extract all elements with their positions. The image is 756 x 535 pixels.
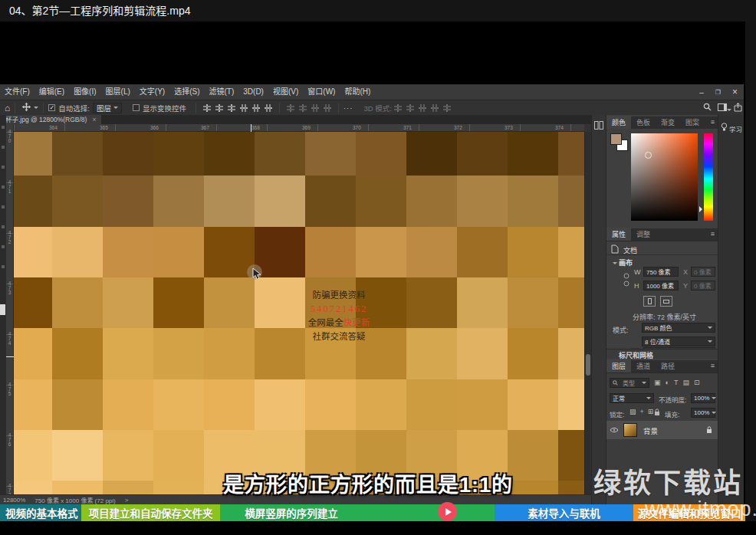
tool-icon[interactable]: [2, 265, 5, 268]
tab-图层[interactable]: 图层: [606, 359, 631, 373]
share-icon[interactable]: [734, 103, 742, 113]
tab-渐变[interactable]: 渐变: [656, 116, 680, 129]
mode-dropdown[interactable]: RGB 颜色: [642, 323, 715, 333]
workspace-icon[interactable]: [718, 103, 727, 113]
layer-visibility-eye-icon[interactable]: [610, 428, 618, 432]
menu-item[interactable]: 文字(Y): [135, 84, 169, 100]
layer-fill-field[interactable]: 100%: [691, 408, 715, 418]
menu-item[interactable]: 帮助(H): [340, 84, 375, 100]
color-picker-ring[interactable]: [645, 152, 652, 159]
width-field[interactable]: 750 像素: [643, 267, 679, 277]
tool-icon[interactable]: [2, 205, 5, 208]
tab-通道[interactable]: 通道: [631, 359, 656, 373]
tool-icon[interactable]: [2, 166, 5, 169]
document-tab-close-icon[interactable]: ×: [92, 115, 96, 124]
x-field[interactable]: 0 像素: [691, 267, 715, 277]
blend-mode-dropdown[interactable]: 正常: [610, 393, 654, 403]
3d-slide-icon[interactable]: [431, 104, 439, 112]
filter-type-icon[interactable]: T: [674, 379, 679, 386]
align-right-icon[interactable]: [228, 104, 235, 112]
tool-icon[interactable]: [2, 225, 5, 228]
tab-图案[interactable]: 图案: [680, 116, 705, 129]
distribute-h-icon[interactable]: [324, 104, 331, 112]
menu-item[interactable]: 图像(I): [69, 84, 100, 100]
play-button[interactable]: [438, 502, 457, 521]
tab-颜色[interactable]: 颜色: [606, 116, 631, 129]
close-button[interactable]: ×: [732, 87, 738, 97]
tab-色板[interactable]: 色板: [631, 116, 656, 129]
align-left-icon[interactable]: [203, 104, 211, 112]
3d-orbit-icon[interactable]: [394, 104, 402, 112]
lock-type-icon[interactable]: ▨: [629, 408, 636, 415]
filter-type-icon[interactable]: ▤: [682, 379, 689, 386]
layer-row-background[interactable]: 背景: [606, 421, 718, 439]
lock-type-icon[interactable]: +: [640, 408, 644, 415]
distribute-left-icon[interactable]: [311, 104, 319, 112]
link-dimensions-icon[interactable]: [623, 271, 629, 292]
rulers-section-row[interactable]: 标尺和网格: [606, 349, 718, 359]
scrollbar-thumb[interactable]: [586, 354, 590, 376]
collapsed-panel-icon[interactable]: [594, 121, 603, 131]
color-gradient-square[interactable]: [631, 133, 698, 221]
menu-item[interactable]: 3D(D): [238, 84, 268, 100]
y-field[interactable]: 0 像素: [691, 281, 715, 290]
tab-路径[interactable]: 路径: [656, 359, 680, 373]
restore-button[interactable]: ❐: [715, 89, 721, 96]
height-field[interactable]: 1000 像素: [643, 281, 679, 290]
workspace-caret-icon[interactable]: [727, 109, 731, 113]
tool-icon[interactable]: [2, 185, 5, 189]
align-center-h-icon[interactable]: [215, 104, 223, 112]
foreground-color-swatch[interactable]: [610, 133, 622, 145]
layer-thumbnail[interactable]: [623, 423, 637, 437]
lock-type-icon[interactable]: ⊞: [648, 408, 654, 415]
foreground-color-chip[interactable]: [0, 304, 5, 315]
canvas-scrollbar[interactable]: [584, 132, 591, 494]
tab-调整[interactable]: 调整: [631, 228, 656, 241]
layer-filter-dropdown[interactable]: 类型: [610, 378, 649, 388]
properties-panel-menu-icon[interactable]: ≡: [711, 230, 715, 238]
search-icon[interactable]: [703, 103, 712, 113]
menu-item[interactable]: 图层(L): [101, 84, 135, 100]
3d-scale-icon[interactable]: [443, 104, 451, 112]
menu-item[interactable]: 编辑(E): [35, 84, 69, 100]
distribute-top-icon[interactable]: [287, 104, 294, 112]
lock-all-icon[interactable]: [654, 409, 660, 418]
depth-dropdown[interactable]: 8 位/通道: [642, 336, 715, 346]
auto-select-dropdown[interactable]: 图层: [93, 103, 122, 113]
tool-icon[interactable]: [2, 245, 5, 248]
filter-type-icon[interactable]: ◐: [666, 379, 669, 386]
more-options-icon[interactable]: ···: [343, 103, 353, 112]
minimize-button[interactable]: –: [699, 88, 704, 97]
filter-type-icon[interactable]: ⊡: [694, 379, 700, 386]
3d-pan-icon[interactable]: [419, 104, 426, 112]
lightbulb-icon[interactable]: [721, 123, 728, 133]
hue-slider-arrow-icon[interactable]: [699, 206, 705, 212]
opacity-field[interactable]: 100%: [691, 393, 715, 403]
align-bottom-icon[interactable]: [265, 104, 272, 112]
3d-roll-icon[interactable]: [406, 104, 414, 112]
tool-icon[interactable]: [2, 126, 5, 129]
orientation-landscape-button[interactable]: [660, 296, 672, 307]
filter-type-icon[interactable]: ▣: [654, 379, 661, 386]
menu-item[interactable]: 滤镜(T): [205, 84, 239, 100]
layers-panel-menu-icon[interactable]: ≡: [711, 362, 715, 369]
show-transform-checkbox[interactable]: [133, 104, 140, 111]
move-tool-icon[interactable]: [21, 102, 31, 113]
menu-item[interactable]: 视图(V): [268, 84, 303, 100]
learn-label[interactable]: 学习: [729, 124, 742, 133]
document-tab[interactable]: 杯子.jpg @ 12800%(RGB/8) ×: [0, 115, 101, 124]
menu-item[interactable]: 窗口(W): [303, 84, 340, 100]
align-top-icon[interactable]: [240, 104, 248, 112]
color-panel-menu-icon[interactable]: ≡: [711, 118, 715, 126]
tool-icon[interactable]: [2, 146, 5, 149]
move-tool-caret-icon[interactable]: [34, 107, 38, 111]
menu-item[interactable]: 选择(S): [169, 84, 204, 100]
tab-属性[interactable]: 属性: [606, 228, 631, 241]
align-middle-icon[interactable]: [252, 104, 260, 112]
menu-item[interactable]: 文件(F): [0, 84, 35, 100]
distribute-v-icon[interactable]: [299, 104, 307, 112]
orientation-portrait-button[interactable]: [643, 296, 656, 307]
home-icon[interactable]: ⌂: [5, 103, 10, 113]
section-collapse-icon[interactable]: [613, 262, 617, 267]
auto-select-checkbox[interactable]: ✓: [48, 104, 55, 111]
